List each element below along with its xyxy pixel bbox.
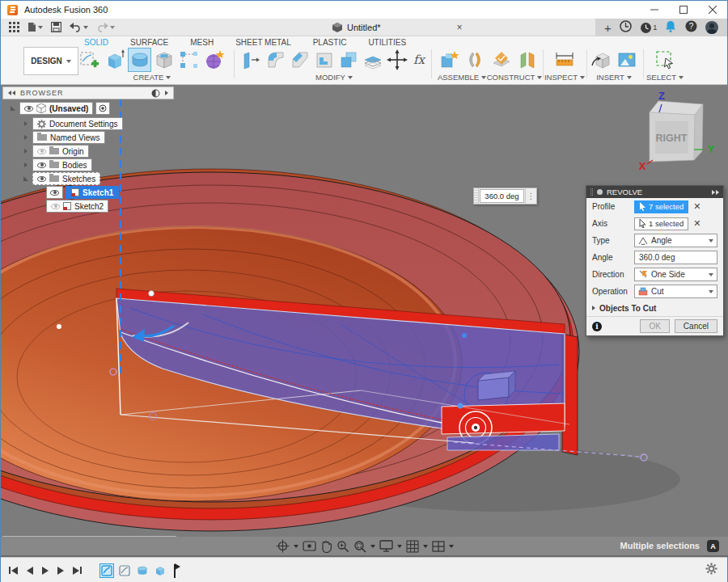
- expander-icon[interactable]: [22, 149, 30, 154]
- browser-item-label[interactable]: Named Views: [50, 133, 100, 142]
- browser-item-label[interactable]: Sketch1: [83, 188, 113, 197]
- go-to-end-icon[interactable]: [73, 567, 82, 575]
- ok-button[interactable]: OK: [640, 319, 669, 333]
- profile-clear-icon[interactable]: ✕: [693, 202, 700, 211]
- orbit-dropdown-icon[interactable]: [294, 545, 298, 548]
- viewcube-face-label[interactable]: RIGHT: [656, 133, 688, 144]
- zoom-dropdown-icon[interactable]: [370, 545, 375, 548]
- offset-face-icon[interactable]: [362, 48, 384, 72]
- pattern-icon[interactable]: [178, 48, 201, 72]
- profile-point[interactable]: [458, 403, 463, 409]
- new-component-icon[interactable]: [437, 48, 461, 72]
- undo-icon[interactable]: [70, 23, 88, 32]
- browser-item-label[interactable]: Origin: [62, 147, 84, 156]
- help-icon[interactable]: ?: [685, 20, 697, 36]
- visibility-eye-icon[interactable]: [24, 106, 33, 112]
- timeline-revolve-feature[interactable]: [135, 563, 150, 578]
- fillet-icon[interactable]: [265, 48, 287, 72]
- insert-derive-icon[interactable]: [589, 48, 613, 72]
- tab-mesh[interactable]: MESH: [190, 38, 214, 47]
- group-insert-label[interactable]: INSERT: [596, 73, 624, 82]
- grid-snap-icon[interactable]: [406, 540, 419, 553]
- maximize-button[interactable]: [669, 1, 698, 19]
- tab-utilities[interactable]: UTILITIES: [368, 38, 406, 47]
- app-grid-icon[interactable]: [9, 22, 19, 32]
- timeline-sketch1-feature[interactable]: [99, 563, 114, 578]
- dialog-expand-icon[interactable]: [712, 190, 719, 195]
- file-menu-icon[interactable]: [28, 22, 43, 32]
- dialog-grip-icon[interactable]: [590, 188, 593, 196]
- redo-icon[interactable]: [96, 23, 115, 32]
- create-sketch-icon[interactable]: [78, 48, 102, 72]
- dialog-dock-icon[interactable]: [597, 189, 603, 195]
- timeline-extrude-feature[interactable]: [153, 563, 167, 578]
- zoom-icon[interactable]: [336, 540, 349, 553]
- axis-selection-button[interactable]: 1 selected: [634, 217, 688, 230]
- data-panel-clock[interactable]: 1: [640, 22, 657, 34]
- user-avatar[interactable]: [705, 21, 718, 34]
- tab-sheet-metal[interactable]: SHEET METAL: [235, 38, 291, 47]
- play-icon[interactable]: [42, 567, 49, 575]
- browser-row-document-settings[interactable]: Document Settings: [22, 117, 123, 130]
- expander-icon[interactable]: [22, 121, 30, 126]
- browser-row-named-views[interactable]: Named Views: [22, 131, 105, 144]
- tab-plastic[interactable]: PLASTIC: [313, 38, 347, 47]
- chamfer-icon[interactable]: [289, 48, 311, 72]
- visibility-eye-icon[interactable]: [37, 176, 46, 182]
- browser-row-bodies[interactable]: Bodies: [22, 158, 92, 171]
- display-settings-icon[interactable]: [379, 540, 393, 552]
- angle-input-field[interactable]: 360.0 deg: [634, 251, 717, 264]
- minimize-button[interactable]: [640, 1, 669, 19]
- viewport[interactable]: RIGHT Z Y X BROWSER (Unsaved): [1, 85, 728, 557]
- profile-point[interactable]: [462, 333, 467, 338]
- browser-item-label[interactable]: Sketch2: [74, 202, 104, 211]
- visibility-eye-icon[interactable]: [51, 204, 60, 209]
- sketch-center-point[interactable]: [474, 426, 477, 429]
- tab-close-icon[interactable]: ×: [457, 22, 463, 33]
- browser-row-sketch1[interactable]: Sketch1: [46, 186, 119, 199]
- revolve-dialog-header[interactable]: REVOLVE: [586, 186, 723, 198]
- expander-icon[interactable]: [9, 106, 17, 111]
- timeline-sketch2-feature[interactable]: [117, 563, 132, 578]
- group-assemble-label[interactable]: ASSEMBLE: [438, 73, 479, 82]
- shell-icon[interactable]: [313, 48, 336, 72]
- cancel-button[interactable]: Cancel: [675, 319, 717, 333]
- viewports-dropdown-icon[interactable]: [449, 545, 454, 548]
- group-modify-label[interactable]: MODIFY: [315, 73, 345, 82]
- group-inspect-label[interactable]: INSPECT: [544, 73, 578, 82]
- viewports-icon[interactable]: [432, 541, 445, 552]
- save-icon[interactable]: [51, 22, 61, 32]
- section-expander-icon[interactable]: [592, 306, 595, 310]
- browser-item-label[interactable]: Document Settings: [49, 120, 118, 129]
- panel-expand-icon[interactable]: [165, 91, 168, 95]
- browser-row-sketches[interactable]: Sketches: [22, 172, 100, 185]
- collapse-panel-icon[interactable]: [8, 91, 15, 95]
- new-tab-icon[interactable]: +: [604, 21, 612, 35]
- selection-filter-badge[interactable]: A: [707, 540, 719, 552]
- job-status-icon[interactable]: [620, 20, 632, 36]
- browser-panel-header[interactable]: BROWSER: [2, 86, 174, 99]
- operation-dropdown[interactable]: Cut: [634, 285, 717, 298]
- combine-icon[interactable]: [337, 48, 360, 72]
- joint-icon[interactable]: [463, 48, 487, 72]
- construct-axis-icon[interactable]: [515, 48, 540, 72]
- change-parameters-icon[interactable]: fx: [410, 48, 428, 72]
- root-document-label[interactable]: (Unsaved): [49, 104, 88, 113]
- extrude-icon[interactable]: [104, 48, 127, 72]
- document-tab[interactable]: Untitled* ×: [328, 19, 468, 36]
- browser-row-root[interactable]: (Unsaved): [9, 102, 110, 115]
- tab-surface[interactable]: SURFACE: [130, 38, 168, 47]
- browser-item-label[interactable]: Bodies: [62, 161, 87, 170]
- activate-radio-icon[interactable]: [95, 102, 110, 115]
- info-icon[interactable]: i: [592, 322, 602, 331]
- profile-selection-button[interactable]: 7 selected: [634, 200, 688, 213]
- grid-dropdown-icon[interactable]: [423, 545, 428, 548]
- drag-grip-icon[interactable]: [474, 188, 479, 204]
- design-workspace-selector[interactable]: DESIGN: [23, 47, 78, 75]
- sketch-point[interactable]: [149, 291, 154, 297]
- expander-icon[interactable]: [22, 162, 30, 167]
- expander-icon[interactable]: [22, 135, 30, 140]
- browser-item-label[interactable]: Sketches: [62, 175, 95, 183]
- visibility-eye-icon[interactable]: [50, 190, 59, 196]
- zoom-window-icon[interactable]: [353, 540, 366, 553]
